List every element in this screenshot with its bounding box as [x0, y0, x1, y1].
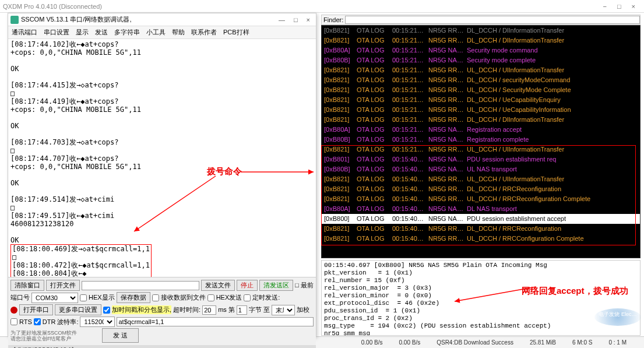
clear-window-button[interactable]: 清除窗口 — [10, 280, 44, 291]
bytes-to-label: 字节 至 — [249, 305, 270, 314]
timestamp-checkbox[interactable] — [103, 307, 110, 314]
log-row[interactable]: [0xB821]OTA LOG00:15:21…NR5G RR…DL_DCCH … — [322, 36, 640, 45]
status-bs-send: 0.00 B/s — [361, 339, 383, 346]
minimize-icon[interactable]: − — [603, 3, 606, 10]
open-port-button[interactable]: 打开串口 — [19, 304, 53, 315]
upgrade-banner[interactable]: 【升级到SSCOM5.13.1】 — [8, 345, 316, 348]
sscom-app-icon — [10, 16, 19, 24]
byte-pos-input[interactable] — [237, 305, 247, 315]
menu-item-1[interactable]: 串口设置 — [44, 28, 69, 37]
save-data-button[interactable]: 保存数据 — [117, 292, 150, 303]
status-bs-recv: 0.00 B/s — [399, 339, 420, 346]
sscom-menu-bar: 通讯端口串口设置显示发送多字符串小工具帮助联系作者PCB打样 — [8, 26, 316, 39]
menu-item-5[interactable]: 小工具 — [146, 28, 166, 37]
finder-bar: Finder: — [321, 15, 641, 25]
menu-item-7[interactable]: 联系作者 — [191, 28, 217, 37]
msg-detail-text: 00:15:40.697 [0xB800] NR5G NAS SM5G Plai… — [324, 262, 551, 336]
sscom-title-bar[interactable]: SSCOM V5.13.1 串口/网络数据调试器, — □ × — [8, 13, 316, 26]
hex-send-label: HEX发送 — [216, 293, 242, 302]
rts-label: RTS — [19, 318, 32, 325]
log-row[interactable]: [0xB821]OTA LOG00:15:21…NR5G RR…DL_DCCH … — [322, 95, 640, 105]
hex-display-checkbox[interactable] — [80, 294, 87, 301]
log-row[interactable]: [0xB821]OTA LOG00:15:21…NR5G RR…DL_DCCH … — [322, 75, 640, 85]
port-select[interactable]: COM30 — [31, 293, 78, 303]
more-settings-button[interactable]: 更多串口设置 — [55, 304, 101, 315]
log-row[interactable]: [0xB821]OTA LOG00:15:21…NR5G RR…DL_DCCH … — [322, 26, 640, 36]
terminal-history: [08:17:44.102]收←◆at+cops? +cops: 0,0,"CH… — [10, 40, 141, 244]
status-extra: 0 : 1 M — [608, 339, 627, 346]
log-row[interactable]: [0xB821]OTA LOG00:15:40…NR5G RR…DL_DCCH … — [322, 224, 640, 234]
port-label: 端口号 — [10, 293, 30, 302]
baud-select[interactable]: 115200 — [80, 317, 115, 327]
log-row[interactable]: [0xB821]OTA LOG00:15:40…NR5G RR…UL_DCCH … — [322, 194, 640, 204]
hex-send-checkbox[interactable] — [207, 294, 214, 301]
finder-label: Finder: — [322, 16, 345, 23]
menu-item-8[interactable]: PCB打样 — [223, 28, 249, 37]
sscom-close-icon[interactable]: × — [307, 16, 310, 23]
menu-item-3[interactable]: 发送 — [95, 28, 108, 37]
timed-send-label: 定时发送: — [252, 293, 280, 302]
serial-terminal[interactable]: [08:17:44.102]收←◆at+cops? +cops: 0,0,"CH… — [8, 39, 316, 277]
ms-label: ms 第 — [218, 305, 235, 314]
recv-to-file-label: 接收数据到文件 — [161, 293, 206, 302]
log-row[interactable]: [0xB821]OTA LOG00:15:21…NR5G RR…UL_DCCH … — [322, 65, 640, 75]
open-file-button[interactable]: 打开文件 — [46, 280, 80, 291]
sscom-minimize-icon[interactable]: — — [279, 16, 285, 23]
sscom-controls: 清除窗口 打开文件 发送文件 停止 清发送区 □ 最前 端口号 COM30 HE… — [8, 277, 316, 345]
dtr-checkbox[interactable] — [34, 318, 41, 325]
command-input[interactable] — [117, 317, 314, 326]
log-row[interactable]: [0xB821]OTA LOG00:15:21…NR5G RR…UL_DCCH … — [322, 105, 640, 115]
log-row[interactable]: [0xB821]OTA LOG00:15:21…NR5G RR…UL_DCCH … — [322, 85, 640, 95]
log-row[interactable]: [0xB80B]OTA LOG00:15:21…NR5G NA…Registra… — [322, 135, 640, 145]
maximize-icon[interactable]: □ — [617, 3, 621, 10]
qxdm-window-controls: − □ × — [603, 3, 635, 10]
watermark-logo: 电子发烧 Elec… — [594, 308, 641, 326]
qxdm-title-bar: QXDM Pro 4.0.410 (Disconnected) − □ × — [0, 0, 644, 13]
sscom-window: SSCOM V5.13.1 串口/网络数据调试器, — □ × 通讯端口串口设置… — [8, 13, 316, 337]
topmost-toggle[interactable]: □ 最前 — [295, 281, 314, 290]
log-row[interactable]: [0xB80B]OTA LOG00:15:40…NR5G NA…UL NAS t… — [322, 164, 640, 174]
status-qsr: QSR4:DB Download Success — [437, 339, 513, 346]
log-row[interactable]: [0xB821]OTA LOG00:15:40…NR5G RR…DL_DCCH … — [322, 184, 640, 194]
add-check-label: 加校 — [297, 305, 309, 314]
menu-item-0[interactable]: 通讯端口 — [12, 28, 37, 37]
dtr-label: DTR — [43, 318, 56, 325]
timeout-label: 超时时间: — [173, 305, 200, 314]
log-row[interactable]: [0xB80A]OTA LOG00:15:40…NR5G NA…DL NAS t… — [322, 204, 640, 214]
recv-to-file-checkbox[interactable] — [152, 294, 159, 301]
sscom-maximize-icon[interactable]: □ — [294, 16, 298, 23]
baud-label: 波特率: — [57, 318, 78, 326]
log-row[interactable]: [0xB821]OTA LOG00:15:40…NR5G RR…UL_DCCH … — [322, 174, 640, 184]
qxdm-title-text: QXDM Pro 4.0.410 (Disconnected) — [3, 3, 603, 10]
log-row[interactable]: [0xB821]OTA LOG00:15:21…NR5G RR…DL_DCCH … — [322, 115, 640, 125]
log-row[interactable]: [0xB800]OTA LOG00:15:40…NR5G NA…PDU sess… — [322, 214, 640, 224]
menu-item-6[interactable]: 帮助 — [172, 28, 185, 37]
timed-send-checkbox[interactable] — [244, 294, 251, 301]
clear-send-button[interactable]: 清发送区 — [259, 280, 293, 291]
log-row[interactable]: [0xB80A]OTA LOG00:15:21…NR5G NA…Registra… — [322, 125, 640, 135]
status-conn: 6 M:0 S — [572, 339, 592, 346]
log-row[interactable]: [0xB801]OTA LOG00:15:40…NR5G NA…PDU sess… — [322, 154, 640, 164]
qxdm-log-panel: Finder: [0xB821]OTA LOG00:15:21…NR5G RR…… — [321, 15, 641, 335]
log-row[interactable]: [0xB821]OTA LOG00:15:40…NR5G RR…UL_DCCH … — [322, 234, 640, 244]
log-row[interactable]: [0xB821]OTA LOG00:15:21…NR5G RR…UL_DCCH … — [322, 145, 640, 154]
rts-checkbox[interactable] — [10, 318, 17, 325]
tip-text: 为了更好地发展SSCOM软件请您注册嘉立创F结尾客户 — [10, 330, 77, 342]
status-size: 25.81 MiB — [530, 339, 556, 346]
ota-log-list[interactable]: [0xB821]OTA LOG00:15:21…NR5G RR…DL_DCCH … — [321, 25, 641, 258]
log-row[interactable]: [0xB80B]OTA LOG00:15:21…NR5G NA…Security… — [322, 55, 640, 65]
send-file-button[interactable]: 发送文件 — [201, 280, 235, 291]
end-select[interactable]: 末尾 — [272, 305, 295, 315]
finder-input[interactable] — [345, 16, 640, 24]
stop-button[interactable]: 停止 — [237, 280, 258, 291]
hex-display-label: HEX显示 — [89, 293, 115, 302]
menu-item-2[interactable]: 显示 — [76, 28, 89, 37]
timeout-input[interactable] — [202, 305, 216, 315]
terminal-highlighted: [08:18:00.469]发→◇at$qcrmcall=1,1 □ [08:1… — [10, 244, 152, 277]
send-button[interactable]: 发 送 — [102, 328, 139, 343]
log-row[interactable]: [0xB80A]OTA LOG00:15:21…NR5G NA…Security… — [322, 45, 640, 55]
menu-item-4[interactable]: 多字符串 — [114, 28, 140, 37]
file-path-input[interactable] — [82, 281, 199, 290]
msg-detail-pane[interactable]: 00:15:40.697 [0xB800] NR5G NAS SM5G Plai… — [321, 260, 641, 336]
close-icon[interactable]: × — [632, 3, 635, 10]
